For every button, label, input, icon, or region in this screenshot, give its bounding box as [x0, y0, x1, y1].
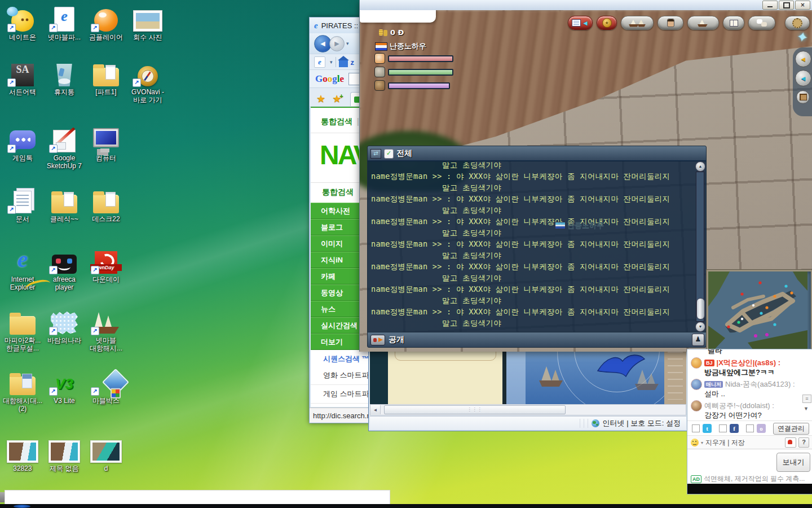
maximize-button[interactable]	[779, 1, 794, 10]
scroll-up-button[interactable]: ▲	[695, 161, 705, 172]
iedoc-icon: e↗	[48, 5, 80, 32]
desktop-icon-recycle[interactable]: 휴지통	[45, 59, 84, 96]
history-dropdown-icon[interactable]: ▾	[346, 41, 349, 46]
desktop-icon-puzzle[interactable]: ↗바람의나라	[45, 308, 84, 344]
scroll-down-button[interactable]: ▼	[695, 322, 705, 332]
scroll-left-arrow[interactable]: ◄	[370, 405, 381, 414]
book-button[interactable]	[723, 16, 744, 30]
desktop-icon-folder-win[interactable]: 데스크22	[86, 186, 126, 223]
chat-menu-button[interactable]: ≡	[802, 395, 811, 403]
gear-button[interactable]	[785, 16, 810, 30]
chat-footer[interactable]: 공개 ♟	[367, 332, 707, 348]
favorites-star-icon[interactable]: ★	[316, 91, 325, 106]
desktop-icon-cube[interactable]: ↗마블박스	[86, 368, 126, 405]
send-button[interactable]: 보내기	[776, 453, 810, 472]
chat-line: name정병문man >> : 야 XXX야 삶이란 니부케쟝아 좀 지어내지마…	[368, 194, 706, 205]
help-button[interactable]: ?	[798, 437, 809, 448]
desktop-icon-thumb[interactable]: 제목 없음	[45, 436, 84, 472]
home-icon[interactable]	[339, 60, 348, 67]
desktop-icon-iedoc[interactable]: e↗넷마블파...	[45, 5, 84, 41]
taskbar[interactable]	[0, 504, 812, 508]
minimap[interactable]	[707, 270, 812, 352]
ie-quick-icon[interactable]: e	[314, 56, 325, 68]
chat-scrollbar[interactable]: ▲ ▼	[695, 161, 705, 332]
fleet-icon	[629, 19, 646, 27]
desktop-icon-computer[interactable]: 컴퓨터	[86, 125, 126, 162]
desktop-icon-folder-media[interactable]: 클레식~~	[45, 186, 84, 223]
social-icon[interactable]: o	[757, 424, 766, 433]
close-button[interactable]: ×	[795, 1, 810, 10]
horizontal-scrollbar[interactable]: ◄ ⋮⋮⋮	[370, 404, 686, 415]
chat-filter-check-icon[interactable]: ✓	[384, 149, 394, 159]
scrollbar-thumb[interactable]	[696, 298, 705, 319]
desktop-icon-thumb2[interactable]: d	[86, 436, 126, 472]
share-checkbox[interactable]	[692, 424, 700, 432]
desktop-icon-iexplorer[interactable]: eInternetExplorer	[3, 247, 42, 291]
share-checkbox[interactable]	[746, 424, 754, 432]
chat-input-area[interactable]: 보내기	[687, 449, 812, 473]
layer-back-yellow-button[interactable]: ◄	[795, 51, 811, 67]
chat-header[interactable]: ⇄ ✓ 전체	[367, 146, 707, 161]
emoticon-icon[interactable]	[691, 439, 699, 446]
social-icon[interactable]: t	[703, 424, 712, 433]
announce-icon[interactable]	[370, 335, 385, 345]
ad-row[interactable]: AD 석면해체, 제거작업의 필수 계측...	[691, 474, 805, 484]
ship-button[interactable]	[687, 16, 719, 30]
tv-button[interactable]: ◄	[568, 16, 593, 30]
chat-tab-public[interactable]: 공개	[389, 335, 404, 345]
desktop-icon-gom[interactable]: ↗곰플레이어	[86, 5, 126, 41]
chat-line: name정병문man >> : 야 XXX야 삶이란 니부케쟝아 좀 지어내지마…	[368, 217, 706, 228]
siren-button[interactable]	[785, 437, 796, 448]
star-button[interactable]: ★	[597, 16, 617, 30]
desktop-icon-folder[interactable]: 마피아2확...한글무설...	[3, 308, 42, 352]
scrollbar-thumb[interactable]: ⋮⋮⋮	[384, 405, 566, 414]
bubbles-button[interactable]	[748, 16, 775, 30]
puzzle-icon: ↗	[48, 308, 80, 335]
layer-back-cyan-button[interactable]: ◄	[795, 70, 811, 86]
desktop-icon-sketchup[interactable]: ↗GoogleSketchUp 7	[45, 125, 84, 170]
compass-star-icon: ★	[602, 18, 612, 28]
desktop-icon-sa[interactable]: SA↗서든어택	[3, 59, 42, 96]
cargo-button[interactable]	[796, 90, 810, 104]
desktop-icon-v3[interactable]: V3↗V3 Lite	[45, 368, 84, 405]
portrait-button[interactable]	[657, 16, 683, 30]
desktop-icon-afreeca[interactable]: ↗afreecaplayer	[45, 247, 84, 291]
desktop-icon-nateon[interactable]: ↗네이트온	[3, 5, 42, 41]
emote-person-button[interactable]: ♟	[692, 334, 704, 346]
connect-manage-button[interactable]: 연결관리	[773, 423, 809, 435]
gauge-row	[374, 67, 453, 77]
naver-header-tab[interactable]: 통합검색|	[321, 117, 359, 127]
add-favorite-icon[interactable]: ★+	[332, 91, 343, 106]
minimize-button[interactable]	[762, 1, 778, 10]
desktop-icon-photo[interactable]: 회수 사진	[128, 5, 167, 41]
emoticon-dropdown-icon[interactable]: ▾	[701, 440, 703, 445]
shortcut-arrow-icon: ↗	[133, 78, 141, 87]
ad-text[interactable]: 석면해체, 제거작업의 필수 계측...	[704, 474, 805, 484]
forward-button[interactable]: ►	[329, 36, 345, 51]
chat-scroll-down-icon[interactable]: ▼	[804, 406, 809, 411]
game-titlebar[interactable]: ×	[360, 0, 812, 10]
game-viewport[interactable]: 0 Đ 난종노하우 ◄★ ✦ ◄ ◄ ⇄ ✓ 전체	[360, 10, 812, 352]
desktop-icon-gametalk[interactable]: ↗게임톡	[3, 125, 42, 162]
desktop-icon-folder2[interactable]: 대항해시대...(2)	[3, 368, 42, 413]
desktop-icon-thumb[interactable]: 32823	[3, 436, 42, 472]
game-toolbar: ◄★	[568, 16, 810, 30]
chat-tab-all[interactable]: 전체	[396, 148, 412, 159]
desktop-icon-docs[interactable]: ↗문서	[3, 186, 42, 223]
start-orb[interactable]	[14, 505, 30, 508]
ducat-display: 0 Đ	[379, 28, 404, 37]
desktop-icon-folder-media[interactable]: [파트1]	[86, 59, 126, 96]
chat-swap-icon[interactable]: ⇄	[370, 149, 381, 159]
desktop-icon-downday[interactable]: wnDay↗다운데이	[86, 247, 126, 283]
share-checkbox[interactable]	[719, 424, 727, 432]
folder-icon	[7, 308, 38, 335]
social-icon[interactable]: f	[730, 424, 739, 433]
social-share-bar: tfo연결관리	[687, 421, 812, 436]
ships-button[interactable]	[621, 16, 654, 30]
desktop-icon-ship[interactable]: ↗넷마블대항해시...	[86, 308, 126, 352]
flag-icon	[555, 222, 566, 229]
gom-icon: ↗	[90, 5, 122, 32]
toolbar-dropdown-icon[interactable]: ▾	[330, 59, 333, 65]
desktop-icon-compass[interactable]: ↗GVONavi -바로 가기	[128, 59, 167, 104]
eraser-save-label[interactable]: 지우개 | 저장	[705, 438, 745, 448]
